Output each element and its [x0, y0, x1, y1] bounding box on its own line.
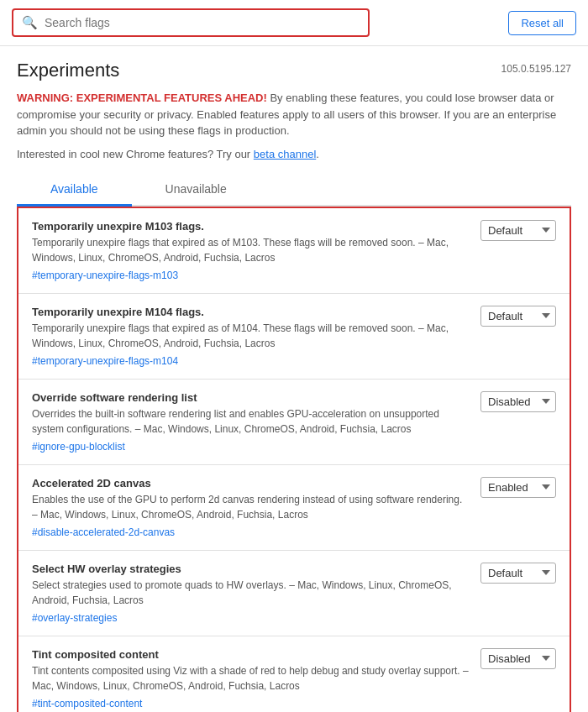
header-row: Experiments 105.0.5195.127 [17, 60, 571, 81]
flag-anchor-link[interactable]: #overlay-strategies [32, 612, 117, 624]
flag-anchor-link[interactable]: #disable-accelerated-2d-canvas [32, 526, 175, 538]
flag-title: Override software rendering list [32, 391, 470, 404]
page-title: Experiments [17, 60, 119, 81]
flag-info: Override software rendering listOverride… [32, 391, 470, 453]
beta-channel-link[interactable]: beta channel [254, 148, 316, 160]
flag-title: Temporarily unexpire M103 flags. [32, 220, 470, 233]
flag-anchor-link[interactable]: #tint-composited-content [32, 698, 142, 709]
flag-desc: Temporarily unexpire flags that expired … [32, 235, 470, 265]
flag-anchor-link[interactable]: #temporary-unexpire-flags-m103 [32, 270, 178, 281]
beta-suffix: . [316, 148, 319, 160]
flag-info: Temporarily unexpire M104 flags.Temporar… [32, 306, 470, 367]
flag-info: Accelerated 2D canvasEnables the use of … [32, 477, 470, 538]
tab-unavailable[interactable]: Unavailable [132, 174, 260, 207]
flag-status-select[interactable]: DefaultEnabledDisabled [480, 563, 556, 584]
version-badge: 105.0.5195.127 [501, 63, 571, 75]
search-icon: 🔍 [22, 15, 38, 30]
warning-bold: WARNING: EXPERIMENTAL FEATURES AHEAD! [17, 92, 267, 104]
flag-desc: Overrides the built-in software renderin… [32, 406, 470, 437]
flag-anchor-link[interactable]: #ignore-gpu-blocklist [32, 441, 125, 453]
flag-status-select[interactable]: DefaultEnabledDisabled [480, 391, 556, 412]
flag-item: Temporarily unexpire M103 flags.Temporar… [18, 208, 570, 294]
flag-desc: Select strategies used to promote quads … [32, 578, 470, 608]
flag-desc: Enables the use of the GPU to perform 2d… [32, 492, 470, 522]
flag-item: Select HW overlay strategiesSelect strat… [18, 551, 570, 636]
flag-item: Accelerated 2D canvasEnables the use of … [18, 465, 570, 551]
flag-info: Select HW overlay strategiesSelect strat… [32, 563, 470, 624]
flag-anchor-link[interactable]: #temporary-unexpire-flags-m104 [32, 355, 178, 367]
search-input[interactable] [45, 16, 360, 29]
warning-text: WARNING: EXPERIMENTAL FEATURES AHEAD! By… [17, 90, 571, 139]
flag-title: Select HW overlay strategies [32, 563, 470, 575]
main-content: Experiments 105.0.5195.127 WARNING: EXPE… [0, 46, 588, 712]
flag-title: Tint composited content [32, 648, 470, 661]
flag-status-select[interactable]: DefaultEnabledDisabled [480, 648, 556, 669]
flag-status-select[interactable]: DefaultEnabledDisabled [480, 220, 556, 241]
reset-all-button[interactable]: Reset all [508, 11, 576, 35]
flag-item: Tint composited contentTint contents com… [18, 636, 570, 713]
search-area: 🔍 Reset all [0, 0, 588, 46]
flag-item: Temporarily unexpire M104 flags.Temporar… [18, 294, 570, 380]
flag-desc: Temporarily unexpire flags that expired … [32, 321, 470, 351]
flag-desc: Tint contents composited using Viz with … [32, 663, 470, 694]
tab-available[interactable]: Available [17, 174, 132, 207]
flag-info: Tint composited contentTint contents com… [32, 648, 470, 709]
flag-title: Temporarily unexpire M104 flags. [32, 306, 470, 318]
flag-info: Temporarily unexpire M103 flags.Temporar… [32, 220, 470, 281]
flag-status-select[interactable]: DefaultEnabledDisabled [480, 477, 556, 498]
flag-title: Accelerated 2D canvas [32, 477, 470, 490]
flags-list: Temporarily unexpire M103 flags.Temporar… [17, 207, 571, 713]
search-box: 🔍 [12, 8, 370, 37]
beta-channel-text: Interested in cool new Chrome features? … [17, 148, 571, 160]
flag-item: Override software rendering listOverride… [18, 380, 570, 465]
tabs-container: Available Unavailable [17, 174, 571, 207]
beta-prefix: Interested in cool new Chrome features? … [17, 148, 254, 160]
flag-status-select[interactable]: DefaultEnabledDisabled [480, 306, 556, 327]
